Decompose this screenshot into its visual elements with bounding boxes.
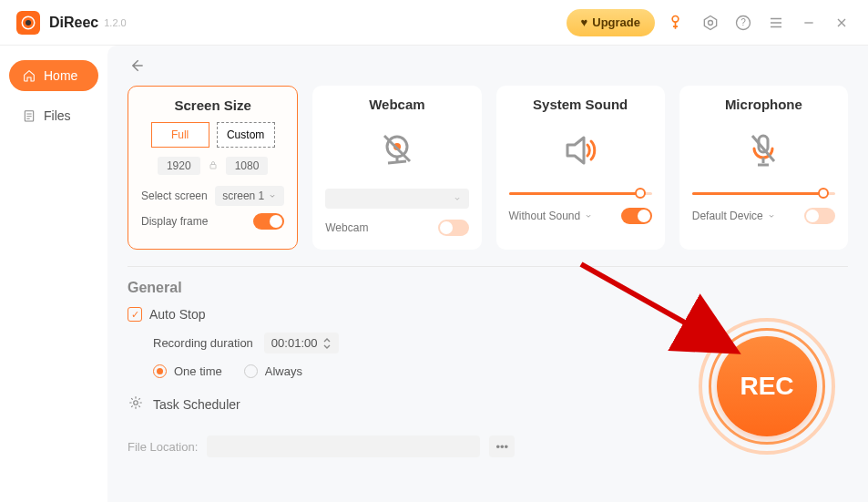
svg-text:?: ? [740, 17, 746, 27]
card-title: Screen Size [141, 97, 284, 113]
auto-stop-label: Auto Stop [149, 307, 206, 322]
close-icon[interactable] [832, 13, 852, 33]
microphone-select[interactable]: Default Device [692, 210, 776, 222]
app-logo [16, 11, 40, 35]
stepper-icon [322, 337, 332, 350]
chevron-down-icon [584, 211, 593, 220]
app-name: DiReec [49, 15, 98, 31]
sidebar: Home Files [0, 46, 107, 502]
card-title: Microphone [692, 97, 835, 112]
card-webcam[interactable]: Webcam Webcam [312, 86, 481, 250]
help-icon[interactable]: ? [733, 13, 753, 33]
always-radio[interactable] [244, 364, 258, 378]
microphone-off-icon [692, 121, 835, 179]
sidebar-item-home[interactable]: Home [9, 60, 98, 91]
settings-icon[interactable] [700, 13, 720, 33]
menu-icon[interactable] [766, 13, 786, 33]
microphone-toggle[interactable] [804, 208, 835, 224]
screen-full-button[interactable]: Full [151, 122, 209, 148]
sidebar-item-label: Files [44, 108, 71, 123]
one-time-radio[interactable] [153, 364, 167, 378]
upgrade-label: Upgrade [592, 15, 640, 29]
gear-icon [128, 394, 144, 414]
app-version: 1.2.0 [104, 17, 126, 28]
file-location-label: File Location: [128, 440, 198, 454]
general-section-title: General [128, 280, 848, 296]
back-arrow-icon[interactable] [128, 56, 146, 78]
width-value[interactable]: 1920 [158, 157, 200, 175]
svg-marker-3 [704, 15, 716, 29]
always-label: Always [265, 364, 302, 378]
webcam-select[interactable] [325, 189, 468, 209]
select-screen-label: Select screen [141, 190, 208, 202]
display-frame-label: Display frame [141, 215, 208, 228]
chevron-down-icon [268, 191, 277, 200]
divider [128, 266, 848, 267]
svg-point-1 [26, 20, 31, 26]
files-icon [22, 108, 36, 123]
card-system-sound[interactable]: System Sound Without Sound [496, 86, 665, 250]
microphone-slider[interactable] [692, 192, 835, 195]
main-panel: Screen Size Full Custom 1920 1080 Select… [107, 46, 868, 502]
card-screen-size[interactable]: Screen Size Full Custom 1920 1080 Select… [128, 86, 298, 250]
auto-stop-checkbox[interactable]: ✓ [128, 307, 142, 322]
system-sound-toggle[interactable] [621, 208, 652, 224]
svg-point-12 [134, 401, 138, 405]
screen-custom-button[interactable]: Custom [217, 122, 275, 148]
display-frame-toggle[interactable] [253, 213, 284, 230]
webcam-toggle[interactable] [438, 220, 469, 236]
key-icon[interactable] [668, 13, 688, 33]
title-bar: DiReec 1.2.0 ♥ Upgrade ? [0, 0, 868, 46]
task-scheduler-label[interactable]: Task Scheduler [153, 397, 240, 412]
select-screen-dropdown[interactable]: screen 1 [215, 186, 284, 206]
one-time-label: One time [174, 364, 222, 378]
svg-rect-8 [210, 164, 216, 169]
upgrade-button[interactable]: ♥ Upgrade [567, 9, 655, 36]
recording-duration-input[interactable]: 00:01:00 [264, 333, 340, 353]
speaker-icon [509, 121, 652, 179]
lock-icon[interactable] [208, 159, 219, 173]
card-title: Webcam [325, 97, 468, 112]
home-icon [22, 68, 36, 83]
rec-button-wrap: REC [699, 318, 835, 455]
webcam-label: Webcam [325, 221, 368, 234]
file-location-input[interactable] [207, 435, 480, 457]
sidebar-item-label: Home [44, 68, 77, 83]
webcam-off-icon [325, 121, 468, 179]
recording-duration-label: Recording duration [153, 336, 253, 350]
system-sound-slider[interactable] [509, 192, 652, 195]
minimize-icon[interactable] [799, 13, 819, 33]
file-location-browse-button[interactable]: ••• [489, 435, 515, 457]
card-microphone[interactable]: Microphone Default Device [679, 86, 848, 250]
system-sound-select[interactable]: Without Sound [509, 210, 594, 222]
heart-icon: ♥ [581, 15, 588, 29]
chevron-down-icon [767, 211, 776, 220]
chevron-down-icon [453, 194, 462, 203]
svg-point-4 [709, 20, 713, 25]
height-value[interactable]: 1080 [226, 157, 269, 175]
card-title: System Sound [509, 97, 652, 112]
sidebar-item-files[interactable]: Files [9, 100, 98, 131]
svg-point-2 [672, 15, 679, 22]
